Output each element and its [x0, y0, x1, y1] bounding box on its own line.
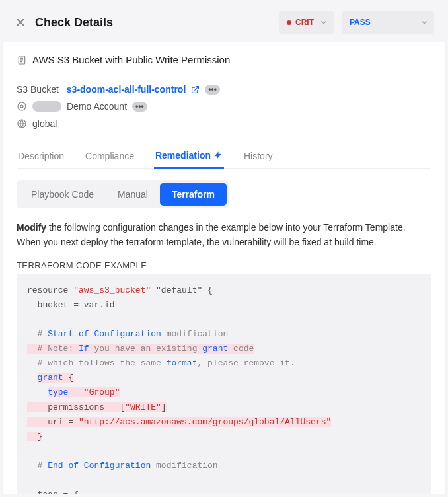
tab-description[interactable]: Description [17, 143, 65, 168]
svg-point-1 [18, 102, 26, 110]
subtabs: Playbook Code Manual Terraform [17, 180, 229, 208]
page-title: Check Details [35, 16, 271, 30]
code-block: resource "aws_s3_bucket" "default" { buc… [17, 274, 431, 494]
severity-chip[interactable]: CRIT [279, 11, 334, 34]
external-link-icon[interactable] [191, 85, 200, 94]
code-label: TERRAFORM CODE EXAMPLE [17, 260, 431, 270]
result-chip[interactable]: PASS [342, 11, 434, 34]
severity-dot [287, 20, 291, 25]
severity-label: CRIT [295, 18, 314, 27]
tab-remediation[interactable]: Remediation [154, 143, 224, 169]
chevron-down-icon [319, 18, 328, 27]
chevron-down-icon [420, 18, 429, 27]
redacted-account-id [32, 101, 61, 112]
more-dots-icon[interactable]: ••• [205, 85, 220, 95]
panel-header: Check Details CRIT PASS [3, 3, 445, 42]
tab-history[interactable]: History [243, 143, 274, 168]
tabs: Description Compliance Remediation Histo… [17, 143, 431, 169]
tab-remediation-label: Remediation [155, 150, 211, 161]
subtab-playbook[interactable]: Playbook Code [19, 183, 106, 206]
resource-type: S3 Bucket [17, 84, 59, 95]
check-details-panel: Check Details CRIT PASS AWS S3 Bucket wi… [3, 3, 445, 494]
check-name-row: AWS S3 Bucket with Public Write Permissi… [17, 54, 431, 65]
panel-content: AWS S3 Bucket with Public Write Permissi… [3, 42, 445, 494]
account-name: Demo Account [67, 101, 127, 112]
resource-row: S3 Bucket s3-doom-acl-all-full-control •… [17, 84, 431, 95]
result-label: PASS [350, 18, 371, 27]
globe-icon [17, 118, 27, 129]
bolt-icon [213, 151, 223, 160]
tag-icon [17, 101, 27, 112]
resource-link[interactable]: s3-doom-acl-all-full-control [67, 84, 186, 95]
region-row: global [17, 118, 431, 129]
account-row: Demo Account ••• [17, 101, 431, 112]
tab-compliance[interactable]: Compliance [84, 143, 135, 168]
subtab-terraform[interactable]: Terraform [160, 183, 227, 206]
region-value: global [32, 118, 57, 129]
check-name: AWS S3 Bucket with Public Write Permissi… [32, 54, 230, 65]
svg-point-2 [20, 105, 23, 108]
subtab-manual[interactable]: Manual [106, 183, 160, 206]
document-icon [17, 55, 27, 65]
instruction-text: Modify the following configuration chang… [17, 220, 431, 250]
close-icon[interactable] [14, 16, 27, 29]
more-dots-icon[interactable]: ••• [132, 102, 147, 112]
